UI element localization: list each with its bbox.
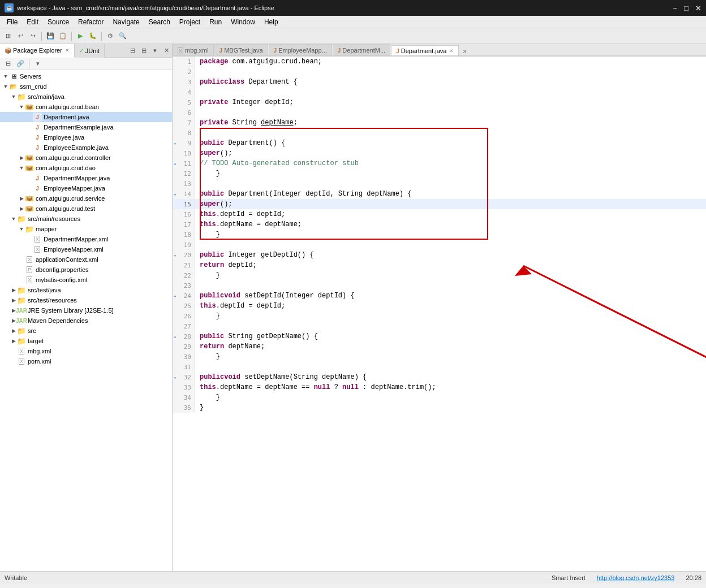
toolbar-btn-debug[interactable]: 🐛 — [87, 31, 98, 42]
code-content[interactable]: package com.atguigu.crud.bean; public cl… — [195, 57, 706, 413]
code-line[interactable] — [195, 321, 706, 331]
code-line[interactable]: this.deptName = deptName == null ? null … — [195, 382, 706, 392]
tree-item[interactable]: Pdbconfig.properties — [0, 265, 172, 275]
tree-item[interactable]: XDepartmentMapper.xml — [0, 234, 172, 244]
code-line[interactable]: public void setDeptId(Integer deptId) { — [195, 291, 706, 301]
code-line[interactable]: private Integer deptId; — [195, 97, 706, 107]
link-editor-btn[interactable]: 🔗 — [15, 58, 26, 70]
sidebar-close[interactable]: ✕ — [161, 45, 172, 57]
tree-item[interactable]: ▶📁src/test/resources — [0, 295, 172, 305]
code-line[interactable] — [195, 67, 706, 77]
tree-item[interactable]: JDepartmentMapper.java — [0, 173, 172, 183]
code-line[interactable]: super(); — [195, 148, 706, 158]
tab-close-button[interactable]: ✕ — [449, 48, 454, 54]
editor-tab-mbgtestjava[interactable]: JMBGTest.java — [214, 44, 268, 55]
sidebar-minimize[interactable]: ⊟ — [127, 45, 138, 57]
tree-item[interactable]: Xmbg.xml — [0, 346, 172, 356]
code-line[interactable]: super(); — [195, 199, 706, 209]
window-controls[interactable]: − □ ✕ — [673, 4, 701, 12]
tree-item[interactable]: ▶JARMaven Dependencies — [0, 315, 172, 326]
menu-item-window[interactable]: Window — [226, 17, 260, 27]
code-line[interactable]: public void setDeptName(String deptName)… — [195, 372, 706, 382]
menu-item-source[interactable]: Source — [43, 17, 74, 27]
code-line[interactable]: this.deptId = deptId; — [195, 301, 706, 311]
code-line[interactable] — [195, 128, 706, 138]
tree-item[interactable]: Xmybatis-config.xml — [0, 275, 172, 285]
tree-arrow[interactable]: ▼ — [10, 94, 17, 100]
code-line[interactable]: private String deptName; — [195, 118, 706, 128]
toolbar-btn-5[interactable]: 📋 — [57, 31, 68, 42]
menu-item-navigate[interactable]: Navigate — [108, 17, 144, 27]
tree-arrow[interactable]: ▶ — [18, 196, 25, 201]
code-line[interactable]: public Department(Integer deptId, String… — [195, 189, 706, 199]
tab-package-explorer[interactable]: 📦 Package Explorer ✕ — [0, 44, 75, 58]
tree-arrow[interactable]: ▼ — [2, 84, 9, 89]
sidebar-maximize[interactable]: ⊞ — [138, 45, 149, 57]
tree-arrow[interactable]: ▼ — [18, 104, 25, 110]
code-line[interactable]: public class Department { — [195, 77, 706, 87]
toolbar-btn-1[interactable]: ⊞ — [2, 31, 14, 42]
tree-item[interactable]: ▼🖥Servers — [0, 71, 172, 81]
code-line[interactable]: public Department() { — [195, 138, 706, 148]
tree-item[interactable]: ▼📁src/main/java — [0, 92, 172, 102]
code-line[interactable]: this.deptId = deptId; — [195, 209, 706, 219]
code-line[interactable] — [195, 179, 706, 189]
maximize-button[interactable]: □ — [684, 4, 688, 12]
code-line[interactable]: // TODO Auto-generated constructor stub — [195, 158, 706, 168]
package-explorer-close[interactable]: ✕ — [65, 47, 70, 53]
tree-item[interactable]: ▶📦com.atguigu.crud.controller — [0, 153, 172, 163]
tree-arrow[interactable]: ▼ — [10, 216, 17, 222]
code-line[interactable]: public String getDeptName() { — [195, 331, 706, 341]
toolbar-btn-7[interactable]: 🔍 — [117, 31, 128, 42]
tree-arrow[interactable]: ▼ — [2, 74, 9, 79]
toolbar-btn-3[interactable]: ↪ — [27, 31, 38, 42]
tree-arrow[interactable]: ▶ — [10, 287, 17, 293]
tree-item[interactable]: ▶📦com.atguigu.crud.test — [0, 204, 172, 214]
tree-item[interactable]: JEmployeeExample.java — [0, 142, 172, 153]
tree-arrow[interactable]: ▼ — [18, 165, 25, 171]
tree-item[interactable]: JDepartment.java — [0, 112, 172, 122]
tree-item[interactable]: ▶📁src/test/java — [0, 285, 172, 295]
tree-arrow[interactable]: ▼ — [18, 226, 25, 232]
code-line[interactable]: return deptName; — [195, 341, 706, 352]
code-line[interactable]: } — [195, 403, 706, 413]
code-line[interactable] — [195, 87, 706, 97]
code-line[interactable] — [195, 107, 706, 118]
toolbar-btn-2[interactable]: ↩ — [15, 31, 26, 42]
tree-arrow[interactable]: ▶ — [10, 338, 17, 344]
tree-arrow[interactable]: ▶ — [10, 328, 17, 334]
code-line[interactable] — [195, 362, 706, 372]
tab-junit[interactable]: ✓ JUnit — [75, 44, 105, 58]
close-button[interactable]: ✕ — [695, 4, 701, 12]
menu-item-project[interactable]: Project — [175, 17, 205, 27]
tree-arrow[interactable]: ▶ — [18, 155, 25, 161]
tree-item[interactable]: ▼📁src/main/resources — [0, 214, 172, 224]
tree-item[interactable]: JDepartmentExample.java — [0, 122, 172, 132]
code-line[interactable]: } — [195, 392, 706, 403]
code-line[interactable] — [195, 240, 706, 250]
menu-item-edit[interactable]: Edit — [22, 17, 43, 27]
minimize-button[interactable]: − — [673, 4, 678, 12]
toolbar-btn-6[interactable]: ⚙ — [105, 31, 116, 42]
tree-item[interactable]: ▶📦com.atguigu.crud.service — [0, 193, 172, 204]
editor-tab-departmentjava[interactable]: JDepartment.java✕ — [391, 45, 459, 57]
tree-item[interactable]: JEmployeeMapper.java — [0, 183, 172, 193]
tree-arrow[interactable]: ▶ — [18, 206, 25, 211]
code-line[interactable]: return deptId; — [195, 260, 706, 270]
menu-item-search[interactable]: Search — [144, 17, 175, 27]
tree-item[interactable]: ▼📦com.atguigu.crud.dao — [0, 163, 172, 173]
tree-item[interactable]: XEmployeeMapper.xml — [0, 244, 172, 254]
tree-item[interactable]: XapplicationContext.xml — [0, 254, 172, 265]
code-line[interactable] — [195, 280, 706, 291]
tree-item[interactable]: JEmployee.java — [0, 132, 172, 142]
editor-tab-mbgxml[interactable]: Xmbg.xml — [173, 44, 214, 55]
toolbar-btn-4[interactable]: 💾 — [45, 31, 56, 42]
collapse-all-btn[interactable]: ⊟ — [2, 58, 14, 70]
code-line[interactable]: public Integer getDeptId() { — [195, 250, 706, 260]
tab-overflow-button[interactable]: » — [459, 46, 470, 55]
tree-item[interactable]: Xpom.xml — [0, 356, 172, 366]
code-line[interactable]: } — [195, 168, 706, 179]
code-line[interactable]: } — [195, 352, 706, 362]
code-line[interactable]: } — [195, 230, 706, 240]
menu-item-file[interactable]: File — [2, 17, 22, 27]
